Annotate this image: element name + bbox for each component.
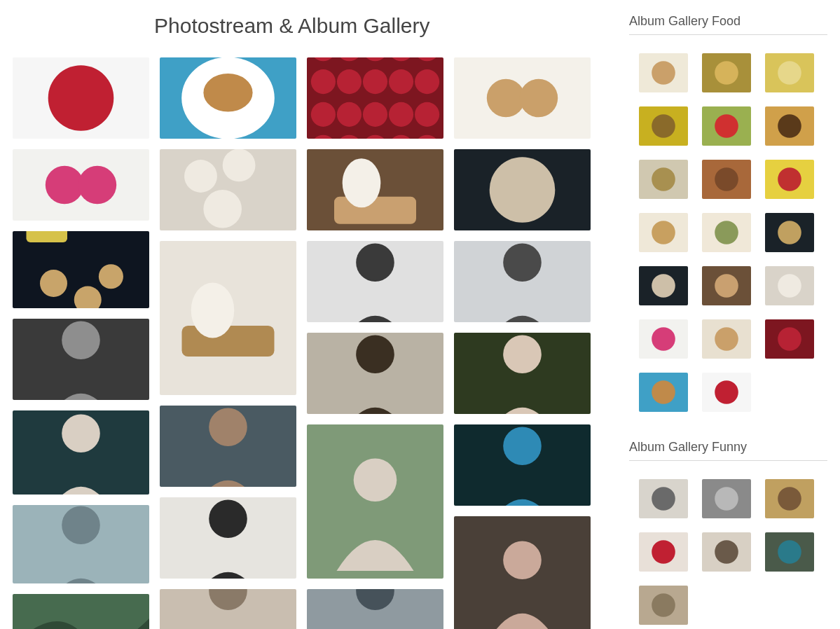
photo-blue-dress-foliage[interactable] xyxy=(454,424,591,506)
photo-bw-stripes-girl[interactable] xyxy=(307,241,443,322)
thumb-soup[interactable] xyxy=(639,160,688,199)
svg-point-107 xyxy=(778,274,801,298)
side-section: Album Gallery Funny xyxy=(629,440,827,625)
svg-point-77 xyxy=(503,541,542,579)
thumb-cupcakes[interactable] xyxy=(765,266,814,305)
svg-point-58 xyxy=(356,243,394,282)
thumb-beard-smoke[interactable] xyxy=(702,479,751,518)
thumb-loaf[interactable] xyxy=(702,266,751,305)
thumb-macarons[interactable] xyxy=(639,53,688,92)
svg-point-81 xyxy=(715,61,738,85)
thumb-donuts[interactable] xyxy=(639,106,688,146)
thumb-veggies[interactable] xyxy=(702,106,751,146)
svg-point-127 xyxy=(715,540,738,564)
svg-point-26 xyxy=(191,282,235,338)
photo-girl-back[interactable] xyxy=(160,589,296,629)
side-section: Album Gallery Food xyxy=(629,14,827,412)
svg-point-13 xyxy=(62,414,100,452)
thumb-batch-cookies[interactable] xyxy=(765,213,814,252)
svg-rect-9 xyxy=(27,231,68,242)
photo-cookies-dark[interactable] xyxy=(13,231,149,308)
thumb-cake-honey[interactable] xyxy=(765,106,814,146)
svg-point-111 xyxy=(715,327,738,351)
thumb-juices[interactable] xyxy=(765,53,814,92)
svg-point-73 xyxy=(503,335,542,373)
svg-point-91 xyxy=(652,167,675,191)
photo-burger-plate[interactable] xyxy=(160,57,296,139)
photo-girl-dock[interactable] xyxy=(13,410,149,495)
svg-point-56 xyxy=(343,158,381,207)
photo-closeup-lips[interactable] xyxy=(454,516,591,629)
svg-point-11 xyxy=(62,321,100,359)
side-title: Album Gallery Food xyxy=(629,14,827,29)
thumb-kids-table[interactable] xyxy=(765,479,814,518)
svg-point-41 xyxy=(363,69,387,94)
svg-point-22 xyxy=(223,149,256,181)
thumb-couple-camera[interactable] xyxy=(639,479,688,518)
svg-point-45 xyxy=(337,102,362,127)
thumb-strawberries[interactable] xyxy=(765,319,814,359)
thumb-girl-look[interactable] xyxy=(702,532,751,572)
svg-point-4 xyxy=(78,166,117,205)
photo-strawberries[interactable] xyxy=(307,57,443,139)
svg-point-39 xyxy=(311,69,336,94)
photo-woman-water[interactable] xyxy=(13,505,149,583)
photo-snow-hat-walk[interactable] xyxy=(454,241,591,322)
svg-point-8 xyxy=(99,264,123,289)
photo-macarons-plate[interactable] xyxy=(454,57,591,139)
photo-girl-hat-field[interactable] xyxy=(160,406,296,487)
svg-rect-16 xyxy=(13,594,149,629)
svg-point-79 xyxy=(652,61,675,85)
divider xyxy=(629,34,827,35)
photo-field-blur[interactable] xyxy=(13,594,149,629)
thumb-plate-cream[interactable] xyxy=(702,319,751,359)
photo-cupcakes[interactable] xyxy=(160,149,296,230)
svg-point-69 xyxy=(490,157,556,223)
svg-point-21 xyxy=(184,160,217,193)
thumb-red-suit[interactable] xyxy=(639,532,688,572)
main-column: Photostream & Album Gallery xyxy=(13,14,594,629)
thumb-burger[interactable] xyxy=(639,373,688,412)
photo-girl-scarf[interactable] xyxy=(307,589,443,629)
svg-point-40 xyxy=(337,69,362,94)
thumb-tart[interactable] xyxy=(702,373,751,412)
svg-point-30 xyxy=(209,499,247,538)
svg-point-95 xyxy=(778,167,801,191)
thumb-board[interactable] xyxy=(702,160,751,199)
photo-tattoo-girl[interactable] xyxy=(13,319,149,400)
thumb-fruit-cubes[interactable] xyxy=(765,160,814,199)
thumb-jar-cookies[interactable] xyxy=(639,213,688,252)
svg-point-115 xyxy=(652,380,675,404)
photo-tart-berries[interactable] xyxy=(13,57,149,139)
svg-point-3 xyxy=(46,166,84,205)
thumb-dragonfruit[interactable] xyxy=(639,319,688,359)
photo-girl-grass[interactable] xyxy=(454,333,591,414)
svg-point-83 xyxy=(778,61,801,85)
photo-dessert-dark[interactable] xyxy=(454,149,591,230)
svg-point-62 xyxy=(354,458,397,502)
svg-point-113 xyxy=(778,327,801,351)
svg-point-103 xyxy=(652,274,675,298)
svg-point-28 xyxy=(209,408,247,446)
thumb-fence-kid[interactable] xyxy=(639,586,688,625)
photo-girl-snow[interactable] xyxy=(160,497,296,579)
photostream-grid xyxy=(13,57,594,629)
photo-gown-field[interactable] xyxy=(307,424,443,579)
svg-point-119 xyxy=(652,487,675,511)
svg-point-43 xyxy=(415,69,439,94)
svg-point-87 xyxy=(715,114,738,138)
photo-dragonfruit-plate[interactable] xyxy=(13,149,149,221)
svg-point-48 xyxy=(415,102,439,127)
svg-point-47 xyxy=(389,102,413,127)
photo-loaf-coffee[interactable] xyxy=(307,149,443,230)
svg-point-89 xyxy=(778,114,801,138)
thumb-cereal-bowl[interactable] xyxy=(702,213,751,252)
thumb-porta-potties[interactable] xyxy=(765,532,814,572)
thumb-oat-dark[interactable] xyxy=(639,266,688,305)
photo-prayer-hat[interactable] xyxy=(307,333,443,414)
svg-point-44 xyxy=(311,102,336,127)
thumb-pancakes[interactable] xyxy=(702,53,751,92)
svg-point-125 xyxy=(652,540,675,564)
photo-milk-bowl[interactable] xyxy=(160,241,296,395)
page-title: Photostream & Album Gallery xyxy=(154,14,594,38)
